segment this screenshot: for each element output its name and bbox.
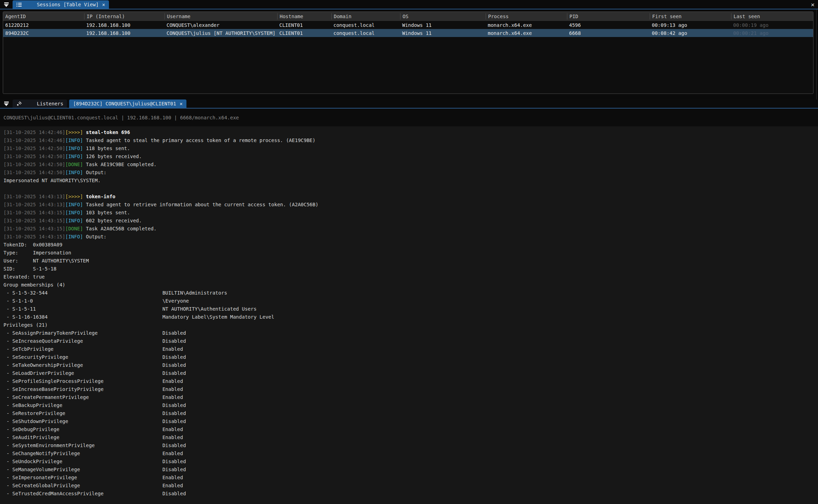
terminal-blank-line <box>3 185 813 193</box>
terminal-output-line: Impersonated NT AUTHORITY\SYSTEM. <box>3 177 813 185</box>
column-header[interactable]: Username <box>164 13 277 20</box>
session-cell: monarch.x64.exe <box>486 22 567 28</box>
tab-listeners[interactable]: Listeners <box>13 99 67 108</box>
terminal-output-line: - S-1-5-32-544BUILTIN\Administrators <box>3 289 813 297</box>
terminal-output-line: Privileges (21) <box>3 321 813 329</box>
column-header[interactable]: First seen <box>650 13 731 20</box>
terminal-output-line: - SeSystemEnvironmentPrivilegeDisabled <box>3 442 813 450</box>
terminal-log-line: [31-10-2025 14:42:50][INFO] Output: <box>3 169 813 177</box>
session-row[interactable]: 894D232C192.168.168.100CONQUEST\julius [… <box>3 29 813 37</box>
terminal-output-line: - SeDebugPrivilegeEnabled <box>3 425 813 433</box>
session-cell: CONQUEST\alexander <box>164 22 277 28</box>
terminal-output-line: TokenID: 0x00389A09 <box>3 241 813 249</box>
session-cell: 6122D212 <box>3 22 84 28</box>
tab-sessions-table-view[interactable]: Sessions [Table View] ✕ <box>13 0 109 9</box>
session-cell: Windows 11 <box>400 22 486 28</box>
terminal-output-line: Group memberships (4) <box>3 281 813 289</box>
session-cell: 894D232C <box>3 30 84 36</box>
session-row[interactable]: 6122D212192.168.168.100CONQUEST\alexande… <box>3 21 813 29</box>
terminal-output-line: - SeBackupPrivilegeDisabled <box>3 401 813 409</box>
session-cell: CONQUEST\julius [NT AUTHORITY\SYSTEM] <box>164 30 277 36</box>
terminal-output-line: Type: Impersonation <box>3 249 813 257</box>
agent-status-text: CONQUEST\julius@CLIENT01.conquest.local … <box>3 115 239 120</box>
terminal-log-line: [31-10-2025 14:42:50][INFO] 126 bytes re… <box>3 153 813 161</box>
table-body: 6122D212192.168.168.100CONQUEST\alexande… <box>3 21 813 37</box>
session-cell: conquest.local <box>331 30 400 36</box>
terminal-output-line: - SeShutdownPrivilegeDisabled <box>3 417 813 425</box>
session-cell: 192.168.168.100 <box>84 22 164 28</box>
terminal-log-line: [31-10-2025 14:43:13][INFO] Tasked agent… <box>3 201 813 209</box>
terminal-output-line: - S-1-5-11NT AUTHORITY\Authenticated Use… <box>3 305 813 313</box>
terminal-output-line: - SeChangeNotifyPrivilegeEnabled <box>3 450 813 458</box>
column-header[interactable]: Process <box>486 13 567 20</box>
sessions-table: AgentIDIP (Internal)UsernameHostnameDoma… <box>3 12 813 94</box>
terminal-log-line: [31-10-2025 14:43:15][INFO] Output: <box>3 233 813 241</box>
session-cell: CLIENT01 <box>277 22 331 28</box>
column-header[interactable]: IP (Internal) <box>84 13 164 20</box>
collapse-panel-icon[interactable] <box>0 0 13 9</box>
session-cell: monarch.x64.exe <box>486 30 567 36</box>
terminal-output-line: - SeAuditPrivilegeEnabled <box>3 433 813 442</box>
terminal-output-line: - SeUndockPrivilegeDisabled <box>3 458 813 466</box>
session-cell: CLIENT01 <box>277 30 331 36</box>
close-tab-icon[interactable]: ✕ <box>102 2 105 7</box>
session-cell: 6668 <box>567 30 650 36</box>
terminal-output-line: - SeRestorePrivilegeDisabled <box>3 409 813 417</box>
terminal-log-line: [31-10-2025 14:43:15][INFO] 602 bytes re… <box>3 217 813 225</box>
terminal-output-line: Elevated: true <box>3 273 813 281</box>
terminal-output-line: - SeTrustedCredManAccessPrivilegeDisable… <box>3 490 813 498</box>
terminal-output-line: - S-1-16-16384Mandatory Label\System Man… <box>3 313 813 321</box>
column-header[interactable]: Domain <box>331 13 400 20</box>
terminal-output-line: - SeCreatePermanentPrivilegeEnabled <box>3 393 813 401</box>
session-cell: 00:08:42 ago <box>650 30 731 36</box>
terminal-output-line: User: NT AUTHORITY\SYSTEM <box>3 257 813 265</box>
session-cell: 192.168.168.100 <box>84 30 164 36</box>
column-header[interactable]: Hostname <box>277 13 331 20</box>
session-cell: 00:00:19 ago <box>731 22 813 28</box>
terminal-log-line: [31-10-2025 14:43:15][INFO] 103 bytes se… <box>3 209 813 217</box>
terminal-output-line: - SeIncreaseBasePriorityPrivilegeEnabled <box>3 385 813 393</box>
column-header[interactable]: PID <box>567 13 650 20</box>
column-header[interactable]: OS <box>400 13 486 20</box>
terminal-output-line: - SeImpersonatePrivilegeEnabled <box>3 474 813 482</box>
terminal-log-line: [31-10-2025 14:42:50][DONE] Task AE19C9B… <box>3 161 813 169</box>
session-cell: 00:00:21 ago <box>731 30 813 36</box>
window-close-icon[interactable]: ✕ <box>811 1 815 8</box>
terminal-log-line: [31-10-2025 14:42:50][INFO] 118 bytes se… <box>3 144 813 153</box>
session-cell: conquest.local <box>331 22 400 28</box>
terminal-output-line: - S-1-1-0\Everyone <box>3 297 813 305</box>
session-cell: Windows 11 <box>400 30 486 36</box>
console-tabbar: Listeners [894D232C] CONQUEST\julius@CLI… <box>0 99 818 109</box>
terminal-log-line: [31-10-2025 14:43:13][>>>>] token-info <box>3 193 813 201</box>
terminal-output-line: - SeProfileSingleProcessPrivilegeEnabled <box>3 377 813 385</box>
tab-label: [894D232C] CONQUEST\julius@CLIENT01 <box>73 101 176 106</box>
session-cell: 4596 <box>567 22 650 28</box>
tab-agent-console[interactable]: [894D232C] CONQUEST\julius@CLIENT01 ✕ <box>69 99 186 108</box>
terminal-log-line: [31-10-2025 14:42:46][>>>>] steal-token … <box>3 128 813 136</box>
column-header[interactable]: AgentID <box>3 13 84 20</box>
terminal-log-line: [31-10-2025 14:43:15][DONE] Task A2A0C56… <box>3 225 813 233</box>
terminal-output-line: - SeTakeOwnershipPrivilegeDisabled <box>3 361 813 369</box>
terminal-output-line: - SeLoadDriverPrivilegeDisabled <box>3 369 813 377</box>
session-cell: 00:09:13 ago <box>650 22 731 28</box>
terminal-output-line: - SeIncreaseQuotaPrivilegeDisabled <box>3 337 813 345</box>
terminal-output-line: - SeTcbPrivilegeEnabled <box>3 345 813 353</box>
terminal-output-line: - SeCreateGlobalPrivilegeEnabled <box>3 482 813 490</box>
terminal-output-line: - SeManageVolumePrivilegeDisabled <box>3 466 813 474</box>
column-header[interactable]: Last seen <box>731 13 813 20</box>
agent-status-bar: CONQUEST\julius@CLIENT01.conquest.local … <box>0 109 818 126</box>
console-output[interactable]: [31-10-2025 14:42:46][>>>>] steal-token … <box>0 126 818 504</box>
tab-label: Sessions [Table View] <box>37 2 99 7</box>
table-header: AgentIDIP (Internal)UsernameHostnameDoma… <box>3 12 813 21</box>
terminal-output-line: SID: S-1-5-18 <box>3 265 813 273</box>
sessions-tabbar: Sessions [Table View] ✕ ✕ <box>0 0 818 9</box>
collapse-panel-icon[interactable] <box>0 99 13 108</box>
terminal-log-line: [31-10-2025 14:42:46][INFO] Tasked agent… <box>3 136 813 144</box>
terminal-output-line: - SeSecurityPrivilegeDisabled <box>3 353 813 361</box>
tab-label: Listeners <box>37 101 64 106</box>
terminal-output-line: - SeAssignPrimaryTokenPrivilegeDisabled <box>3 329 813 337</box>
close-tab-icon[interactable]: ✕ <box>179 101 182 106</box>
